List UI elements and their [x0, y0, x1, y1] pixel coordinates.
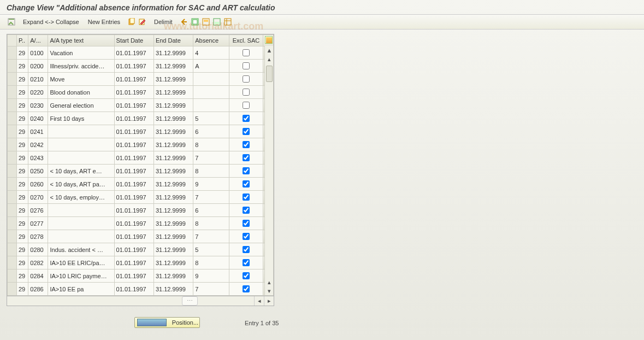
row-selector[interactable]	[8, 86, 17, 99]
cell-end-date[interactable]: 31.12.9999	[153, 269, 193, 283]
cell-end-date[interactable]: 31.12.9999	[153, 217, 193, 230]
cell-excl-sac[interactable]	[229, 151, 263, 165]
cell-end-date[interactable]: 31.12.9999	[153, 165, 193, 178]
cell-excl-sac[interactable]	[229, 86, 263, 99]
select-all-icon[interactable]	[190, 17, 200, 27]
table-row[interactable]: 290270< 10 days, employ…01.01.199731.12.…	[8, 191, 274, 204]
cell-p[interactable]: 29	[17, 204, 28, 217]
excl-sac-checkbox[interactable]	[243, 233, 250, 240]
cell-end-date[interactable]: 31.12.9999	[153, 230, 193, 243]
cell-excl-sac[interactable]	[229, 230, 263, 243]
copy-icon[interactable]	[127, 17, 137, 27]
cell-p[interactable]: 29	[17, 283, 28, 296]
cell-a[interactable]: 0278	[28, 230, 48, 243]
cell-a[interactable]: 0240	[28, 112, 48, 125]
table-row[interactable]: 290280Indus. accident < …01.01.199731.12…	[8, 243, 274, 256]
cell-type-text[interactable]: Illness/priv. accide…	[48, 60, 114, 73]
col-type-text[interactable]: A/A type text	[48, 35, 114, 46]
excl-sac-checkbox[interactable]	[243, 167, 250, 174]
row-selector[interactable]	[8, 217, 17, 230]
row-selector[interactable]	[8, 60, 17, 73]
table-settings-icon[interactable]	[223, 17, 233, 27]
excl-sac-checkbox[interactable]	[243, 115, 250, 122]
cell-type-text[interactable]: < 10 days, ART e…	[48, 165, 114, 178]
table-row[interactable]: 290200Illness/priv. accide…01.01.199731.…	[8, 60, 274, 73]
table-row[interactable]: 29027601.01.199731.12.99996	[8, 204, 274, 217]
table-row[interactable]: 290250< 10 days, ART e…01.01.199731.12.9…	[8, 165, 274, 178]
cell-end-date[interactable]: 31.12.9999	[153, 99, 193, 112]
cell-type-text[interactable]: IA>10 EE pa	[48, 283, 114, 296]
cell-end-date[interactable]: 31.12.9999	[153, 151, 193, 165]
cell-absence[interactable]: 8	[193, 256, 229, 269]
excl-sac-checkbox[interactable]	[243, 49, 250, 56]
cell-absence[interactable]: A	[193, 60, 229, 73]
cell-a[interactable]: 0210	[28, 73, 48, 86]
cell-a[interactable]: 0284	[28, 269, 48, 283]
table-row[interactable]: 290240First 10 days01.01.199731.12.99995	[8, 112, 274, 125]
table-row[interactable]: 290282IA>10 EE LRIC/pa…01.01.199731.12.9…	[8, 256, 274, 269]
cell-type-text[interactable]: IA>10 EE LRIC/pa…	[48, 256, 114, 269]
cell-start-date[interactable]: 01.01.1997	[114, 204, 153, 217]
cell-excl-sac[interactable]	[229, 125, 263, 138]
cell-absence[interactable]: 6	[193, 125, 229, 138]
excl-sac-checkbox[interactable]	[243, 75, 250, 83]
cell-absence[interactable]: 7	[193, 191, 229, 204]
cell-a[interactable]: 0270	[28, 191, 48, 204]
cell-end-date[interactable]: 31.12.9999	[153, 256, 193, 269]
cell-absence[interactable]: 9	[193, 178, 229, 191]
row-selector[interactable]	[8, 151, 17, 165]
cell-p[interactable]: 29	[17, 46, 28, 60]
cell-absence[interactable]: 5	[193, 112, 229, 125]
cell-type-text[interactable]: Vacation	[48, 46, 114, 60]
row-selector[interactable]	[8, 178, 17, 191]
undo-icon[interactable]	[179, 17, 189, 27]
cell-start-date[interactable]: 01.01.1997	[114, 112, 153, 125]
deselect-all-icon[interactable]	[212, 17, 222, 27]
cell-end-date[interactable]: 31.12.9999	[153, 73, 193, 86]
cell-type-text[interactable]: < 10 days, employ…	[48, 191, 114, 204]
cell-start-date[interactable]: 01.01.1997	[114, 256, 153, 269]
cell-p[interactable]: 29	[17, 86, 28, 99]
row-selector[interactable]	[8, 269, 17, 283]
cell-type-text[interactable]: Indus. accident < …	[48, 243, 114, 256]
cell-a[interactable]: 0260	[28, 178, 48, 191]
col-select[interactable]	[8, 35, 17, 46]
cell-excl-sac[interactable]	[229, 112, 263, 125]
cell-p[interactable]: 29	[17, 178, 28, 191]
cell-a[interactable]: 0276	[28, 204, 48, 217]
cell-p[interactable]: 29	[17, 125, 28, 138]
cell-p[interactable]: 29	[17, 151, 28, 165]
expand-collapse-button[interactable]: Expand <-> Collapse	[21, 17, 81, 26]
col-end[interactable]: End Date	[153, 35, 193, 46]
excl-sac-checkbox[interactable]	[243, 154, 250, 161]
table-row[interactable]: 290210Move01.01.199731.12.9999	[8, 73, 274, 86]
cell-end-date[interactable]: 31.12.9999	[153, 86, 193, 99]
cell-p[interactable]: 29	[17, 165, 28, 178]
table-row[interactable]: 290230General election01.01.199731.12.99…	[8, 99, 274, 112]
cell-p[interactable]: 29	[17, 112, 28, 125]
table-row[interactable]: 290100Vacation01.01.199731.12.99994	[8, 46, 274, 60]
cell-absence[interactable]: 8	[193, 138, 229, 151]
cell-excl-sac[interactable]	[229, 165, 263, 178]
row-selector[interactable]	[8, 46, 17, 60]
cell-absence[interactable]	[193, 73, 229, 86]
excl-sac-checkbox[interactable]	[243, 207, 250, 214]
cell-excl-sac[interactable]	[229, 243, 263, 256]
cell-absence[interactable]	[193, 99, 229, 112]
cell-p[interactable]: 29	[17, 99, 28, 112]
cell-start-date[interactable]: 01.01.1997	[114, 230, 153, 243]
cell-type-text[interactable]: General election	[48, 99, 114, 112]
table-row[interactable]: 29027801.01.199731.12.99997	[8, 230, 274, 243]
cell-a[interactable]: 0280	[28, 243, 48, 256]
cell-end-date[interactable]: 31.12.9999	[153, 112, 193, 125]
cell-start-date[interactable]: 01.01.1997	[114, 73, 153, 86]
cell-end-date[interactable]: 31.12.9999	[153, 125, 193, 138]
table-row[interactable]: 290284IA>10 LRIC payme…01.01.199731.12.9…	[8, 269, 274, 283]
cell-p[interactable]: 29	[17, 138, 28, 151]
excl-sac-checkbox[interactable]	[243, 128, 250, 135]
excl-sac-checkbox[interactable]	[243, 220, 250, 227]
table-row[interactable]: 29024301.01.199731.12.99997	[8, 151, 274, 165]
cell-start-date[interactable]: 01.01.1997	[114, 60, 153, 73]
new-entries-button[interactable]: New Entries	[86, 17, 122, 26]
cell-start-date[interactable]: 01.01.1997	[114, 191, 153, 204]
